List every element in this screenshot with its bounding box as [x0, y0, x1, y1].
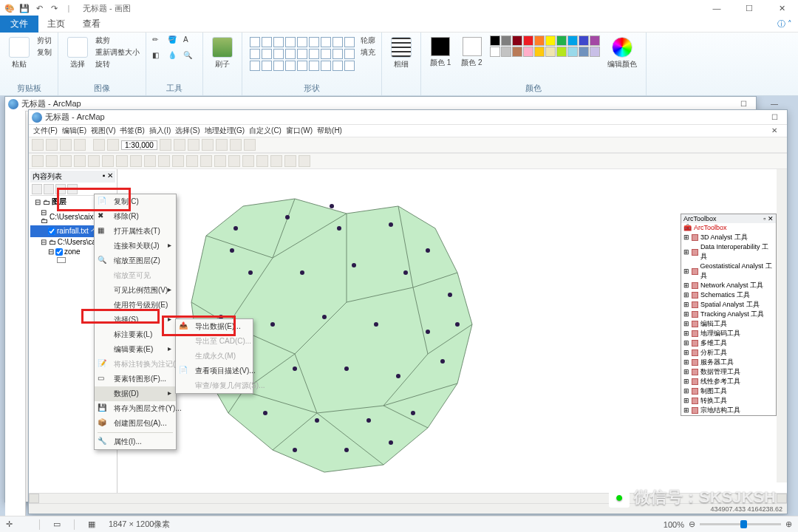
- toolbox-item[interactable]: ⊞ 3D Analyst 工具: [681, 233, 776, 242]
- arc-max-button[interactable]: ☐: [731, 98, 756, 111]
- rotate-button[interactable]: 旋转: [95, 59, 140, 69]
- paint-title-bar: 🎨 💾 ↶ ↷ | 无标题 - 画图 — ☐ ✕: [0, 0, 798, 16]
- ctx-join[interactable]: 连接和关联(J)▸: [95, 239, 176, 253]
- close-button[interactable]: ✕: [765, 0, 798, 16]
- shape-fill[interactable]: 填充: [361, 47, 375, 58]
- copy-button[interactable]: 复制: [37, 47, 52, 58]
- ctx-data[interactable]: 数据(D)▸: [95, 386, 176, 401]
- toolbox-item[interactable]: ⊞ 线性参考工具: [681, 377, 776, 386]
- magnify-icon[interactable]: 🔍: [183, 51, 197, 64]
- toolbox-item[interactable]: ⊞ 多维工具: [681, 338, 776, 348]
- toolbox-item[interactable]: ⊞ Spatial Analyst 工具: [681, 300, 776, 310]
- arcmap-window-front[interactable]: 无标题 - ArcMap —☐✕ 文件(F)编辑(E)视图(V)书签(B)插入(…: [28, 109, 788, 514]
- ctx-copy[interactable]: 📄复制(C): [95, 194, 176, 209]
- toolbox-item[interactable]: ⊞ 制图工具: [681, 386, 776, 396]
- toolbox-item[interactable]: ⊞ Schematics 工具: [681, 290, 776, 300]
- text-icon[interactable]: A: [183, 35, 197, 49]
- paste-button[interactable]: 粘贴: [6, 35, 33, 71]
- picker-icon[interactable]: 💧: [168, 51, 181, 64]
- ctx-create-pkg[interactable]: 📦创建图层包(A)...: [95, 416, 176, 431]
- shape-gallery[interactable]: [248, 35, 356, 72]
- toolbox-item[interactable]: ⊞ Data Interoperability 工具: [681, 242, 776, 262]
- sub-make-perm: 生成永久(M): [176, 349, 253, 364]
- color2-button[interactable]: 颜色 2: [458, 35, 485, 69]
- toolbox-item[interactable]: ⊞ 分析工具: [681, 348, 776, 358]
- resize-button[interactable]: 重新调整大小: [95, 47, 140, 58]
- toolbox-item[interactable]: ⊞ 服务器工具: [681, 358, 776, 367]
- toolbox-item[interactable]: ⊞ 数据管理工具: [681, 367, 776, 377]
- shape-outline[interactable]: 轮廓: [361, 35, 375, 46]
- arc-menu-item[interactable]: 编辑(E): [62, 126, 86, 136]
- ctx-remove[interactable]: ✖移除(R): [95, 209, 176, 224]
- layer-context-menu[interactable]: 📄复制(C) ✖移除(R) ▦打开属性表(T) 连接和关联(J)▸ 🔍缩放至图层…: [94, 194, 177, 450]
- ctx-open-attr[interactable]: ▦打开属性表(T): [95, 224, 176, 239]
- paint-app-icon: 🎨: [4, 3, 15, 13]
- pencil-icon[interactable]: ✏: [152, 35, 166, 49]
- cut-button[interactable]: 剪切: [37, 35, 52, 46]
- svg-point-19: [440, 359, 445, 364]
- svg-point-23: [411, 411, 415, 415]
- arc-menu-item[interactable]: 插入(I): [149, 126, 171, 136]
- arcmap-toolbar1[interactable]: 1:30,000: [29, 137, 787, 153]
- tab-file[interactable]: 文件: [0, 16, 38, 33]
- color1-button[interactable]: 颜色 1: [427, 35, 454, 69]
- arc-menu-item[interactable]: 书签(B): [120, 126, 144, 136]
- ctx-feat-graphic[interactable]: ▭要素转图形(F)...: [95, 372, 176, 386]
- arctoolbox-panel[interactable]: ArcToolbox▫ ✕ 🧰 ArcToolbox ⊞ 3D Analyst …: [681, 214, 777, 416]
- toc-pin-icon[interactable]: ▪ ✕: [103, 171, 113, 182]
- save-icon[interactable]: 💾: [19, 3, 30, 13]
- ctx-vis-scale[interactable]: 可见比例范围(V)▸: [95, 283, 176, 298]
- edit-colors-button[interactable]: 编辑颜色: [604, 35, 640, 71]
- crop-button[interactable]: 裁剪: [95, 35, 140, 46]
- arcmap-icon: [32, 112, 42, 123]
- arcmap-vscroll[interactable]: [777, 169, 787, 482]
- arcmap-toolbar2[interactable]: [29, 153, 787, 169]
- arc-menu-item[interactable]: 帮助(H): [317, 126, 342, 136]
- arcmap-menu-bar[interactable]: 文件(F)编辑(E)视图(V)书签(B)插入(I)选择(S)地理处理(G)自定义…: [29, 125, 787, 137]
- eraser-icon[interactable]: ◧: [152, 51, 166, 64]
- arc-menu-item[interactable]: 视图(V): [91, 126, 115, 136]
- minimize-button[interactable]: —: [700, 0, 733, 16]
- tab-home[interactable]: 主页: [38, 16, 74, 33]
- tab-view[interactable]: 查看: [74, 16, 109, 33]
- toolbox-item[interactable]: ⊞ Tracking Analyst 工具: [681, 310, 776, 319]
- brush-button[interactable]: 刷子: [209, 35, 236, 71]
- ctx-zoom-layer[interactable]: 🔍缩放至图层(Z): [95, 253, 176, 268]
- maximize-button[interactable]: ☐: [733, 0, 765, 16]
- new-icon[interactable]: [32, 139, 44, 151]
- toolbox-item[interactable]: ⊞ Network Analyst 工具: [681, 281, 776, 290]
- toolbox-item[interactable]: ⊞ 地理编码工具: [681, 329, 776, 338]
- select-button[interactable]: 选择: [64, 35, 91, 71]
- svg-point-5: [248, 270, 253, 275]
- arc-menu-item[interactable]: 窗口(W): [286, 126, 313, 136]
- sub-view-desc[interactable]: 📄查看项目描述(V)...: [176, 364, 253, 378]
- data-submenu[interactable]: 📤导出数据(E)... 导出至 CAD(C)... 生成永久(M) 📄查看项目描…: [175, 318, 253, 394]
- fill-icon[interactable]: 🪣: [168, 35, 181, 49]
- ctx-sym-level[interactable]: 使用符号级别(E): [95, 298, 176, 313]
- toolbox-item[interactable]: ⊞ 转换工具: [681, 396, 776, 406]
- ctx-label[interactable]: 标注要素(L): [95, 327, 176, 342]
- arc-max-button[interactable]: ☐: [762, 111, 787, 124]
- ctx-selection[interactable]: 选择(S)▸: [95, 313, 176, 327]
- paint-canvas[interactable]: 无标题 - ArcMap —☐✕ 无标题 - ArcMap —☐✕ 文件(F)编…: [0, 96, 798, 516]
- arc-menu-item[interactable]: 地理处理(G): [205, 126, 245, 136]
- zoom-control[interactable]: 100%⊖⊕: [664, 519, 792, 529]
- collapse-ribbon-icon[interactable]: ⓘ ˄: [777, 18, 792, 30]
- toolbox-item[interactable]: ⊞ 宗地结构工具: [681, 406, 776, 415]
- color-palette[interactable]: [490, 35, 600, 57]
- redo-icon[interactable]: ↷: [49, 3, 59, 13]
- arc-menu-item[interactable]: 自定义(C): [249, 126, 282, 136]
- undo-icon[interactable]: ↶: [34, 3, 44, 13]
- arc-menu-item[interactable]: 选择(S): [175, 126, 200, 136]
- arc-min-button[interactable]: —: [762, 98, 787, 111]
- scale-combo[interactable]: 1:30,000: [121, 140, 157, 150]
- toolbox-item[interactable]: ⊞ Geostatistical Analyst 工具: [681, 262, 776, 281]
- ctx-edit-feat[interactable]: 编辑要素(E)▸: [95, 342, 176, 357]
- toc-view-icon[interactable]: [32, 184, 42, 194]
- toolbox-item[interactable]: ⊞ 编辑工具: [681, 319, 776, 329]
- ctx-save-lyr[interactable]: 💾将存为图层文件(Y)...: [95, 401, 176, 416]
- ctx-properties[interactable]: 🔧属性(I)...: [95, 434, 176, 449]
- thickness-button[interactable]: 粗细: [388, 35, 415, 71]
- arc-menu-item[interactable]: 文件(F): [33, 126, 58, 136]
- sub-export[interactable]: 📤导出数据(E)...: [176, 319, 253, 334]
